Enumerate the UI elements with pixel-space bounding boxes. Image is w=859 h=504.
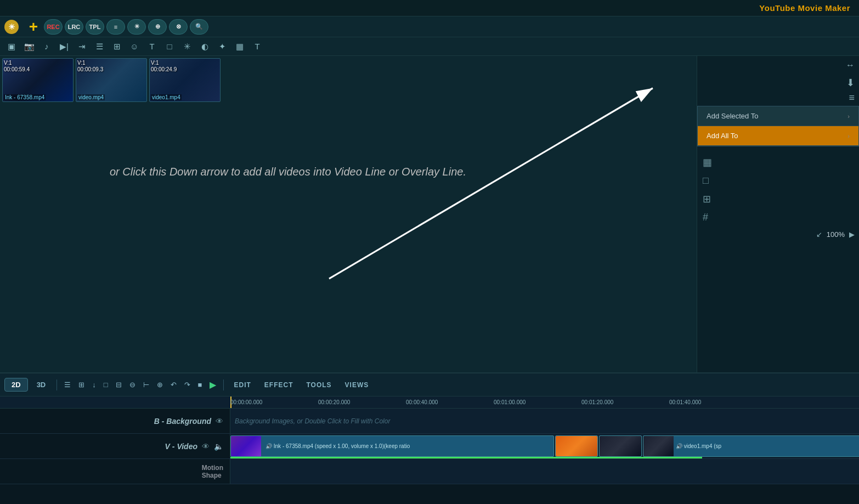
add-all-to-item[interactable]: Add All To › (698, 126, 858, 146)
ruler-mark-1: 00:00:20.000 (318, 399, 350, 405)
media-panel: V:1 00:00:59.4 Ink - 67358.mp4 V:1 00:00… (0, 56, 697, 372)
chevron-icon-2: › (847, 133, 850, 139)
mode-edit[interactable]: EDIT (228, 380, 256, 390)
play-icon[interactable]: ▶| (57, 39, 71, 54)
background-hint: Background Images, or Double Click to Fi… (235, 417, 390, 425)
video-track-label: V - Video 👁 🔈 (0, 434, 230, 458)
tab-3d[interactable]: 3D (30, 378, 53, 391)
zoom-out-icon[interactable]: ↙ (816, 230, 822, 239)
rec-button[interactable]: REC (44, 19, 63, 35)
rp-grid2-icon[interactable]: ⊞ (702, 192, 855, 206)
tl-square-icon[interactable]: □ (101, 379, 111, 390)
lrc-button[interactable]: LRC (65, 19, 83, 35)
star-button[interactable]: ✳ (127, 19, 146, 35)
list-button[interactable]: ≡ (106, 19, 125, 35)
download-icon[interactable]: ⬇ (846, 77, 855, 89)
right-panel: ↔ ⬇ ≡ Add Selected To › Add All To › ▦ □… (697, 56, 859, 372)
tl-zoom-minus-icon[interactable]: ⊖ (127, 379, 138, 390)
chart-icon[interactable]: ▦ (233, 39, 247, 54)
tl-grid-icon[interactable]: ⊞ (76, 379, 87, 390)
music-icon[interactable]: ♪ (39, 39, 54, 54)
sep1 (56, 380, 57, 390)
video-track-content: 🔊 Ink - 67358.mp4 (speed x 1.00, volume … (230, 434, 859, 458)
paint-icon[interactable]: ◐ (197, 39, 212, 54)
zoom-in-icon[interactable]: ▶ (849, 230, 855, 239)
rp-list-icon[interactable]: ≡ (849, 92, 855, 104)
text-icon[interactable]: T (145, 39, 159, 54)
add-button[interactable]: + (25, 19, 42, 35)
rp-hash-icon[interactable]: # (702, 211, 855, 224)
media-thumb-3[interactable]: V:1 00:00:24.9 video1.mp4 (149, 58, 221, 102)
grid-icon[interactable]: ⊞ (110, 39, 124, 54)
background-eye-icon[interactable]: 👁 (216, 417, 223, 426)
tab-2d[interactable]: 2D (4, 378, 28, 392)
tl-list-icon[interactable]: ☰ (61, 379, 74, 390)
mode-tools[interactable]: TOOLS (301, 380, 337, 390)
media-thumbnails: V:1 00:00:59.4 Ink - 67358.mp4 V:1 00:00… (0, 56, 697, 104)
ruler-mark-2: 00:00:40.000 (406, 399, 438, 405)
timeline-ruler: 00:00:00.000 00:00:20.000 00:00:40.000 0… (0, 397, 859, 409)
timeline-toolbar: 2D 3D ☰ ⊞ ↓ □ ⊟ ⊖ ⊢ ⊕ ↶ ↷ ■ ▶ EDIT EFFEC… (0, 373, 859, 397)
camera-icon[interactable]: 📷 (22, 39, 36, 54)
ruler-mark-4: 00:01:20.000 (581, 399, 613, 405)
shape-icon[interactable]: ✦ (215, 39, 229, 54)
toolbar-row2: ▣ 📷 ♪ ▶| ⇥ ☰ ⊞ ☺ T □ ✳ ◐ ✦ ▦ T (0, 37, 859, 56)
expand-icon[interactable]: ↔ (846, 60, 855, 70)
video-audio-icon[interactable]: 🔈 (214, 442, 223, 451)
video-clip-3[interactable] (599, 435, 642, 457)
thumb1-time: 00:00:59.4 (4, 66, 30, 72)
title-bar: YouTube Movie Maker (0, 0, 859, 16)
tl-zoom-plus-icon[interactable]: ⊕ (154, 379, 166, 390)
font-icon[interactable]: T (250, 39, 264, 54)
motion-track: Motion Shape (0, 459, 859, 484)
tl-play-icon[interactable]: ▶ (207, 378, 219, 392)
thumb2-label: V:1 (77, 60, 86, 66)
tl-undo-icon[interactable]: ↶ (168, 379, 179, 390)
mode-views[interactable]: VIEWS (340, 380, 375, 390)
menu-icon[interactable]: ☰ (92, 39, 106, 54)
video-clip-2[interactable] (555, 435, 598, 457)
rp-frame-icon[interactable]: □ (702, 174, 855, 188)
background-track: B - Background 👁 Background Images, or D… (0, 409, 859, 434)
skip-icon[interactable]: ⇥ (75, 39, 89, 54)
clip1-label: 🔊 Ink - 67358.mp4 (speed x 1.00, volume … (263, 443, 410, 449)
progress-line (230, 457, 702, 458)
tl-expand-icon[interactable]: ⊢ (140, 379, 152, 390)
video-eye-icon[interactable]: 👁 (202, 442, 210, 451)
background-track-label: B - Background 👁 (0, 409, 230, 433)
emoji-icon[interactable]: ☺ (127, 39, 142, 54)
video-label-text: V - Video (165, 442, 197, 451)
thumb1-name: Ink - 67358.mp4 (4, 94, 46, 100)
media-thumb-1[interactable]: V:1 00:00:59.4 Ink - 67358.mp4 (2, 58, 74, 102)
motion-track-content[interactable] (230, 459, 859, 484)
mode-effect[interactable]: EFFECT (259, 380, 299, 390)
tl-arrow-down-icon[interactable]: ↓ (89, 379, 99, 390)
motion-track-label: Motion Shape (0, 459, 230, 484)
tl-redo-icon[interactable]: ↷ (182, 379, 193, 390)
view-icon[interactable]: ▣ (4, 39, 19, 54)
tl-stop-icon[interactable]: ■ (195, 379, 205, 390)
motion-label-text: Motion Shape (202, 464, 223, 479)
media-thumb-2[interactable]: V:1 00:00:09.3 video.mp4 (76, 58, 147, 102)
effect-icon[interactable]: ✳ (180, 39, 194, 54)
plus-circle-button[interactable]: ⊕ (148, 19, 167, 35)
search-button[interactable]: 🔍 (190, 19, 208, 35)
thumb3-time: 00:00:24.9 (151, 66, 177, 72)
add-selected-to-item[interactable]: Add Selected To › (698, 106, 858, 126)
thumb2-name: video.mp4 (77, 94, 105, 100)
clip4-label: 🔊 video1.mp4 (sp (674, 443, 721, 449)
frame-icon[interactable]: □ (162, 39, 177, 54)
thumb3-name: video1.mp4 (151, 94, 182, 100)
thumb3-label: V:1 (151, 60, 159, 66)
add-all-label: Add All To (707, 132, 738, 140)
dropdown-menu: Add Selected To › Add All To › (697, 106, 859, 146)
background-track-content[interactable]: Background Images, or Double Click to Fi… (230, 409, 859, 433)
video-clip-1[interactable]: 🔊 Ink - 67358.mp4 (speed x 1.00, volume … (230, 435, 554, 457)
video-clip-4[interactable]: 🔊 video1.mp4 (sp (643, 435, 859, 457)
annotation-text: or Click this Down arrow to add all vide… (110, 166, 466, 178)
rp-bar-chart-icon[interactable]: ▦ (702, 155, 855, 169)
tl-crop-icon[interactable]: ⊟ (113, 379, 125, 390)
tpl-button[interactable]: TPL (86, 19, 104, 35)
thumb1-label: V:1 (4, 60, 12, 66)
settings-button[interactable]: ⊗ (169, 19, 188, 35)
